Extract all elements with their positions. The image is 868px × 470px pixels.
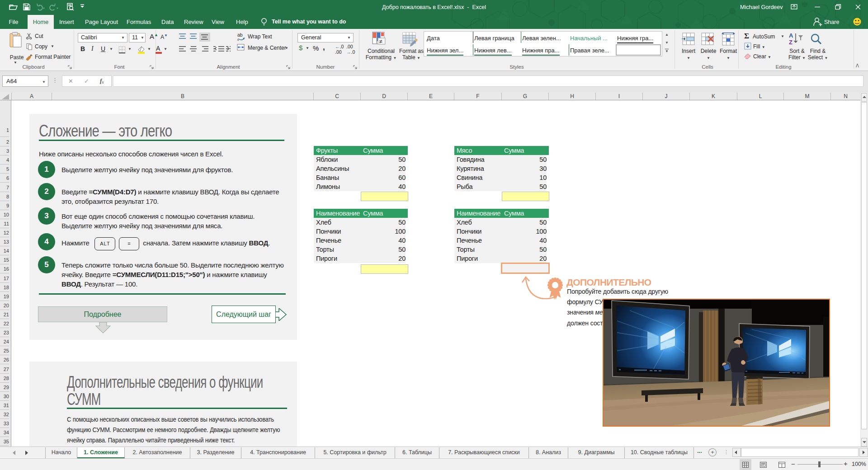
svg-text:ab: ab <box>237 32 243 38</box>
svg-text:Share: Share <box>824 19 839 25</box>
svg-text:A: A <box>789 32 793 39</box>
svg-text:≠: ≠ <box>379 38 382 45</box>
svg-text:c: c <box>237 38 239 41</box>
svg-text:Z: Z <box>789 39 793 46</box>
